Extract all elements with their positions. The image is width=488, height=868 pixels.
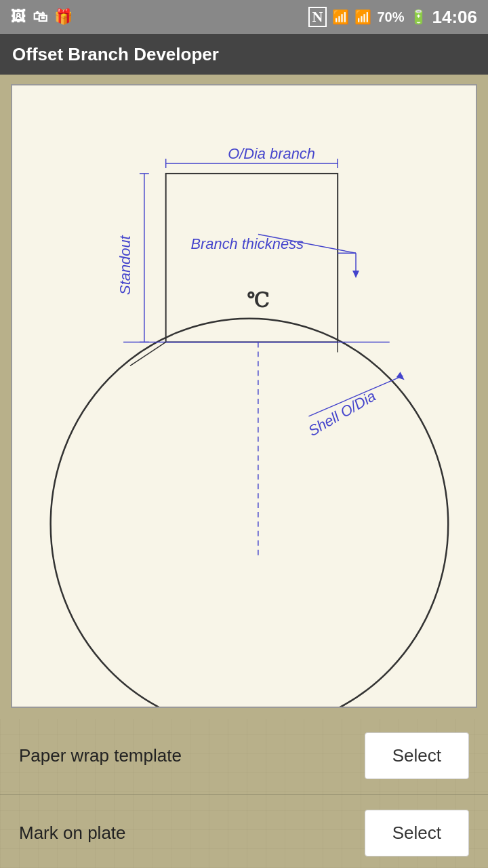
paper-wrap-label: Paper wrap template [19, 745, 182, 766]
status-bar: 🖼 🛍 🎁 N 📶 📶 70% 🔋 14:06 [0, 0, 488, 34]
status-icons: 🖼 🛍 🎁 [11, 8, 73, 26]
mark-on-plate-select-button[interactable]: Select [365, 810, 469, 856]
image-icon: 🖼 [11, 8, 26, 26]
wifi-icon: 📶 [332, 9, 349, 25]
time-display: 14:06 [432, 7, 478, 28]
centerline-marker: ℃ [247, 289, 269, 311]
svg-rect-0 [12, 86, 476, 707]
shopping-icon: 🛍 [33, 8, 47, 26]
gift-icon: 🎁 [54, 8, 73, 26]
branch-thickness-label: Branch thickness [190, 235, 304, 252]
title-bar: Offset Branch Developer [0, 34, 488, 75]
paper-wrap-select-button[interactable]: Select [365, 732, 469, 779]
technical-diagram: O/Dia branch Branch thickness Standout ℃… [12, 85, 476, 707]
battery-text: 70% [377, 9, 404, 25]
signal-n-icon: N [308, 7, 327, 27]
paper-wrap-row: Paper wrap template Select [0, 717, 488, 795]
page-title: Offset Branch Developer [12, 44, 219, 65]
status-right: N 📶 📶 70% 🔋 14:06 [308, 7, 477, 28]
o-dia-branch-label: O/Dia branch [228, 145, 315, 162]
drawing-area: O/Dia branch Branch thickness Standout ℃… [11, 84, 477, 708]
mark-on-plate-label: Mark on plate [19, 823, 126, 844]
battery-icon: 🔋 [410, 9, 427, 25]
mobile-signal-icon: 📶 [354, 9, 371, 25]
standout-label: Standout [117, 235, 134, 294]
mark-on-plate-row: Mark on plate Select [0, 795, 488, 868]
bottom-actions: Paper wrap template Select Mark on plate… [0, 717, 488, 868]
